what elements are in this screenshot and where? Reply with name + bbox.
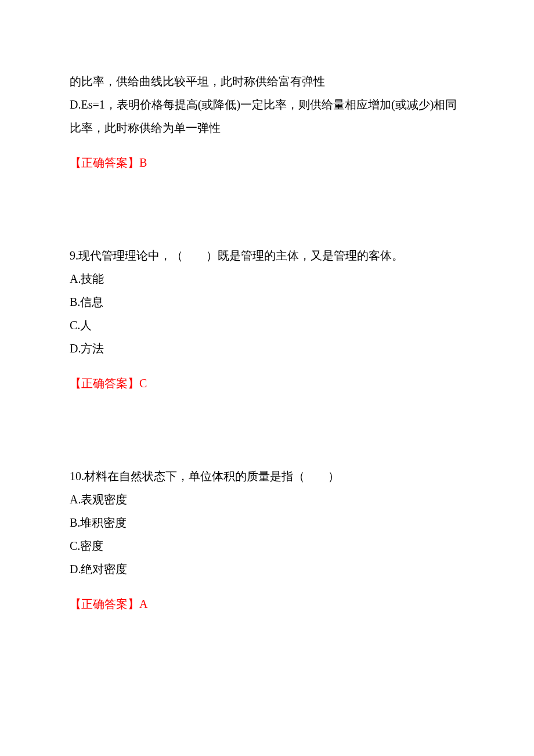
spacer <box>70 174 464 244</box>
option-d: D.方法 <box>70 337 464 360</box>
answer-label: 【正确答案】 <box>70 377 139 390</box>
answer-label: 【正确答案】 <box>70 597 139 610</box>
option-d: D.绝对密度 <box>70 557 464 581</box>
answer-value: B <box>139 156 147 169</box>
answer-value: A <box>139 597 147 610</box>
answer-line-9: 【正确答案】C <box>70 372 464 395</box>
option-b: B.堆积密度 <box>70 511 464 534</box>
option-b: B.信息 <box>70 290 464 314</box>
option-c: C.人 <box>70 314 464 337</box>
spacer <box>70 395 464 465</box>
option-a: A.表观密度 <box>70 488 464 511</box>
question-stem: 10.材料在自然状态下，单位体积的质量是指（ ） <box>70 465 464 488</box>
document-page: 的比率，供给曲线比较平坦，此时称供给富有弹性 D.Es=1，表明价格每提高(或降… <box>0 0 534 756</box>
option-c: C.密度 <box>70 534 464 557</box>
question-8-fragment: 的比率，供给曲线比较平坦，此时称供给富有弹性 D.Es=1，表明价格每提高(或降… <box>70 70 464 139</box>
question-10: 10.材料在自然状态下，单位体积的质量是指（ ） A.表观密度 B.堆积密度 C… <box>70 465 464 581</box>
answer-line-8: 【正确答案】B <box>70 151 464 174</box>
option-a: A.技能 <box>70 267 464 290</box>
question-9: 9.现代管理理论中，（ ）既是管理的主体，又是管理的客体。 A.技能 B.信息 … <box>70 244 464 360</box>
answer-value: C <box>139 377 147 390</box>
option-d: D.Es=1，表明价格每提高(或降低)一定比率，则供给量相应增加(或减少)相同比… <box>70 93 464 139</box>
option-c-continuation: 的比率，供给曲线比较平坦，此时称供给富有弹性 <box>70 70 464 93</box>
answer-line-10: 【正确答案】A <box>70 592 464 615</box>
question-stem: 9.现代管理理论中，（ ）既是管理的主体，又是管理的客体。 <box>70 244 464 267</box>
answer-label: 【正确答案】 <box>70 156 139 169</box>
